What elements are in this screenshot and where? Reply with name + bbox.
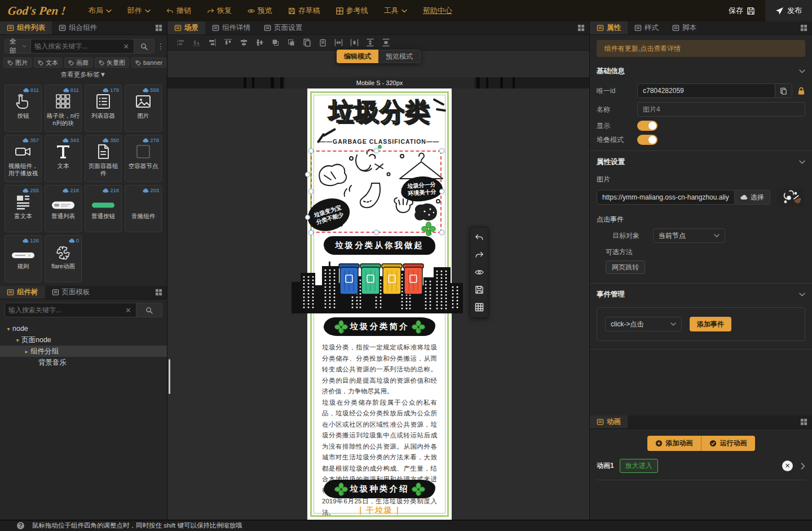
more-tags-link[interactable]: 查看更多标签▼	[0, 68, 167, 81]
search-input[interactable]	[34, 42, 122, 50]
component-card-plainlist[interactable]: 218 普通列表	[45, 185, 82, 232]
more-options-icon[interactable]: ⋮	[157, 42, 164, 51]
menu-tools[interactable]: 工具	[376, 0, 415, 21]
menu-layout[interactable]: 布局	[81, 0, 120, 21]
tab-component-list[interactable]: 组件列表	[0, 21, 52, 34]
tab-script[interactable]: 脚本	[665, 21, 703, 34]
panel-grid-icon[interactable]	[577, 24, 585, 32]
tab-properties[interactable]: 属性	[590, 21, 628, 34]
update-notice[interactable]: 组件有更新,点击查看详情	[597, 40, 805, 57]
menu-redo[interactable]: 恢复	[199, 0, 240, 21]
grid-icon[interactable]	[475, 303, 484, 312]
paste-icon[interactable]	[319, 38, 327, 47]
component-card-image[interactable]: 558 图片	[125, 85, 162, 132]
expand-v-icon[interactable]	[366, 38, 374, 47]
target-select[interactable]: 当前节点	[653, 228, 725, 243]
tab-page-templates[interactable]: 页面模板	[45, 286, 97, 299]
tab-scene[interactable]: 场景	[167, 21, 205, 34]
device-ruler[interactable]: Mobile S - 320px	[167, 77, 589, 88]
choose-image-button[interactable]: 选择	[735, 190, 770, 205]
tag-image[interactable]: 图片	[3, 57, 32, 68]
preview-mode-button[interactable]: 预览模式	[378, 50, 421, 63]
expand-arrow-icon[interactable]: ▾	[5, 326, 12, 332]
component-card-gridblock[interactable]: 811 格子块，n行n列的块	[45, 85, 82, 132]
section-banner-intro[interactable]: 垃圾分类简介	[324, 317, 435, 336]
component-card-video[interactable]: 357 视频组件，用于播放视	[5, 135, 42, 182]
page-subtitle[interactable]: ——GARBAGE CLASSIFICATION——	[307, 138, 452, 145]
tab-animation[interactable]: 动画	[590, 415, 628, 428]
slogan-banner[interactable]: 垃圾分类从你我做起	[324, 236, 435, 255]
page-title-image[interactable]: 垃圾分类	[307, 95, 452, 129]
category-filter-dropdown[interactable]: 全部	[5, 39, 30, 54]
component-card-emptynode[interactable]: 278 空容器节点	[125, 135, 162, 182]
collapse-icon[interactable]	[799, 293, 805, 297]
tree-node-page[interactable]: ▾页面node	[0, 334, 167, 346]
layer-up-icon[interactable]	[271, 38, 280, 47]
undo-icon[interactable]	[475, 233, 484, 242]
category-dry-garbage[interactable]: | 干垃圾 |	[307, 506, 452, 516]
section-banner-types[interactable]: 垃圾种类介绍	[324, 480, 435, 498]
selection-handle[interactable]	[439, 189, 444, 194]
menu-guidelines[interactable]: 参考线	[328, 0, 376, 21]
selection-handle[interactable]	[374, 230, 379, 235]
tab-combined-components[interactable]: 组合组件	[52, 21, 104, 34]
menu-help-center[interactable]: 帮助中心	[415, 0, 460, 21]
tab-page-settings[interactable]: 页面设置	[257, 21, 309, 34]
distribute-h-icon[interactable]	[334, 38, 343, 47]
align-top-icon[interactable]	[255, 38, 264, 47]
name-input[interactable]	[637, 102, 805, 117]
eye-icon[interactable]	[475, 268, 484, 277]
selection-handle[interactable]	[305, 172, 310, 177]
edit-mode-button[interactable]: 编辑模式	[337, 50, 378, 63]
scrollbar[interactable]	[169, 359, 170, 394]
collapse-icon[interactable]	[799, 160, 805, 164]
tree-node-root[interactable]: ▾node	[0, 323, 167, 334]
city-skyline-image[interactable]	[292, 259, 467, 316]
selection-handle[interactable]	[308, 189, 314, 194]
selection-handle[interactable]	[374, 148, 379, 153]
tab-component-detail[interactable]: 组件详情	[205, 21, 257, 34]
tag-text[interactable]: 文本	[34, 57, 62, 68]
tag-banner[interactable]: banner	[131, 57, 166, 68]
copy-icon[interactable]	[303, 38, 311, 47]
component-card-pagecontainer[interactable]: 350 页面容器组件	[85, 135, 122, 182]
component-card-button[interactable]: 811 按钮	[5, 85, 42, 132]
align-vcenter-icon[interactable]	[240, 38, 248, 47]
search-button[interactable]	[134, 39, 155, 54]
component-card-audio[interactable]: 203 音频组件	[125, 185, 162, 232]
distribute-h2-icon[interactable]	[350, 38, 359, 47]
copy-id-button[interactable]	[775, 83, 792, 98]
layer-down-icon[interactable]	[287, 38, 295, 47]
panel-grid-icon[interactable]	[800, 24, 807, 32]
chevron-right-icon[interactable]	[801, 463, 805, 470]
tab-component-tree[interactable]: 组件树	[0, 286, 45, 299]
tree-search-button[interactable]	[136, 303, 162, 317]
design-viewport[interactable]: Mobile S - 320px 垃圾分类 ——GARBAGE CLASSIFI…	[167, 51, 589, 520]
selection-handle[interactable]	[439, 230, 444, 235]
panel-grid-icon[interactable]	[800, 418, 807, 426]
component-card-richtext[interactable]: 255 富文本	[5, 185, 42, 232]
component-card-flare[interactable]: 0 flare动画	[45, 235, 82, 282]
event-type-select[interactable]: click->点击	[605, 317, 682, 331]
image-thumbnail[interactable]	[777, 188, 805, 207]
component-card-plainbutton[interactable]: 218 普通按钮	[85, 185, 122, 232]
collapse-icon[interactable]	[799, 69, 805, 73]
selection-handle[interactable]	[305, 215, 310, 220]
menu-save-draft[interactable]: 存草稿	[280, 0, 328, 21]
tab-style[interactable]: 样式	[628, 21, 665, 34]
tag-vector[interactable]: 矢量图	[95, 57, 129, 68]
animation-effect-tag[interactable]: 放大进入	[620, 459, 658, 473]
tag-gallery[interactable]: 画廊	[64, 57, 92, 68]
align-left-icon[interactable]	[176, 38, 185, 47]
expand-arrow-icon[interactable]: ▾	[14, 337, 21, 343]
menu-preview[interactable]: 预览	[240, 0, 280, 21]
panel-grid-icon[interactable]	[155, 24, 162, 32]
tree-search-input[interactable]	[8, 306, 124, 314]
mobile-page[interactable]: 垃圾分类 ——GARBAGE CLASSIFICATION——	[307, 88, 452, 520]
add-animation-button[interactable]: 添加动画	[647, 436, 701, 451]
expand-v2-icon[interactable]	[382, 38, 390, 47]
remove-animation-icon[interactable]: ✕	[782, 461, 793, 471]
add-event-button[interactable]: 添加事件	[690, 317, 731, 331]
selection-handle[interactable]	[439, 148, 444, 153]
lock-icon[interactable]	[797, 87, 805, 95]
